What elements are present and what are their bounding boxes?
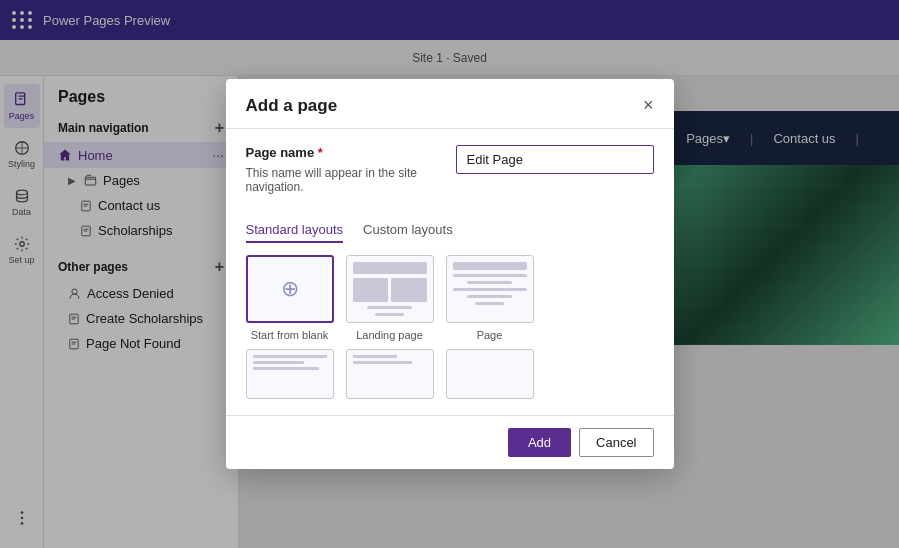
modal-header: Add a page × bbox=[226, 79, 674, 129]
layouts-section: Standard layouts Custom layouts ⊕ Start … bbox=[246, 218, 654, 399]
layout-more-3[interactable] bbox=[446, 349, 534, 399]
page-name-desc: This name will appear in the site naviga… bbox=[246, 166, 444, 194]
modal-close-button[interactable]: × bbox=[643, 95, 654, 116]
add-page-modal: Add a page × Page name This name will ap… bbox=[226, 79, 674, 469]
modal-body: Page name This name will appear in the s… bbox=[226, 129, 674, 415]
field-description-area: Page name This name will appear in the s… bbox=[246, 145, 444, 202]
layout-thumb-page bbox=[446, 255, 534, 323]
layout-page-label: Page bbox=[477, 329, 503, 341]
add-button[interactable]: Add bbox=[508, 428, 571, 457]
layout-more-row bbox=[246, 349, 654, 399]
tab-standard-layouts[interactable]: Standard layouts bbox=[246, 218, 344, 243]
page-name-label: Page name bbox=[246, 145, 444, 160]
page-name-field-row: Page name This name will appear in the s… bbox=[246, 145, 654, 202]
layout-card-blank[interactable]: ⊕ Start from blank bbox=[246, 255, 334, 341]
layout-more-1[interactable] bbox=[246, 349, 334, 399]
page-name-input-area bbox=[456, 145, 654, 174]
layout-thumb-landing bbox=[346, 255, 434, 323]
blank-plus-icon: ⊕ bbox=[281, 276, 299, 302]
layout-tabs: Standard layouts Custom layouts bbox=[246, 218, 654, 243]
modal-title: Add a page bbox=[246, 96, 338, 116]
page-name-input[interactable] bbox=[456, 145, 654, 174]
tab-custom-layouts[interactable]: Custom layouts bbox=[363, 218, 453, 243]
layout-landing-label: Landing page bbox=[356, 329, 423, 341]
layout-card-landing[interactable]: Landing page bbox=[346, 255, 434, 341]
layout-more-2[interactable] bbox=[346, 349, 434, 399]
layout-thumb-blank: ⊕ bbox=[246, 255, 334, 323]
cancel-button[interactable]: Cancel bbox=[579, 428, 653, 457]
modal-footer: Add Cancel bbox=[226, 415, 674, 469]
layout-blank-label: Start from blank bbox=[251, 329, 329, 341]
layout-options: ⊕ Start from blank Landi bbox=[246, 255, 654, 341]
layout-card-page[interactable]: Page bbox=[446, 255, 534, 341]
